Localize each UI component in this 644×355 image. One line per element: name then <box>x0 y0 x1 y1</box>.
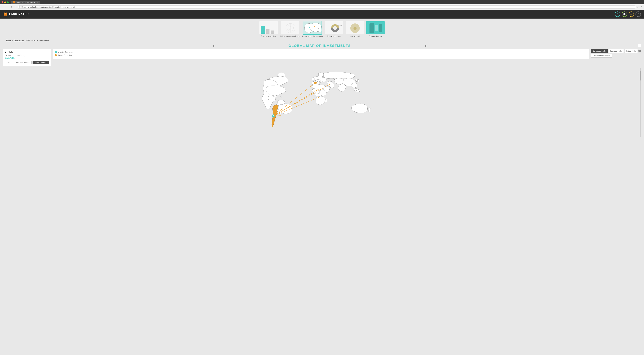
investor-legend-label: Investor Countries <box>58 51 73 53</box>
breadcrumb-sep-1: / <box>12 39 13 42</box>
agricultural-thumbnail-svg: Ethiopia <box>326 23 342 34</box>
thumbnail-web-image <box>281 21 300 34</box>
target-color-swatch <box>55 54 56 56</box>
thumbnail-dynamics-image <box>259 21 278 34</box>
tab-close-button[interactable]: ✕ <box>37 2 38 3</box>
maximize-window-button[interactable] <box>7 2 9 3</box>
thumbnail-agricultural[interactable]: Ethiopia Agricultural drivers <box>324 21 344 37</box>
minimize-window-button[interactable] <box>4 2 6 3</box>
map-container: 5 <box>3 68 641 137</box>
breadcrumb-sep-2: / <box>25 39 26 42</box>
thumbnail-global-map-label: Global map of investments <box>302 35 323 37</box>
collapse-button[interactable]: − <box>638 44 641 47</box>
thumbnail-compare-image <box>366 21 385 34</box>
global-map-thumbnail-svg <box>303 22 322 34</box>
svg-text:LM: LM <box>4 13 6 14</box>
svg-point-20 <box>280 96 281 97</box>
investor-countries-button[interactable]: Investor Countries <box>14 61 32 64</box>
thumbnail-dynamics[interactable]: Dynamics overview <box>259 21 278 37</box>
globe-nav-button[interactable]: ⬡ <box>615 12 620 17</box>
tab-favicon <box>13 1 14 3</box>
svg-point-16 <box>333 26 337 30</box>
svg-text:Ethiopia: Ethiopia <box>338 25 342 26</box>
logo-text: LAND MATRIX <box>9 13 30 16</box>
title-line-right <box>429 46 636 46</box>
thumbnail-global-map-image <box>303 21 322 34</box>
thumbnail-big-deal-image <box>345 21 364 34</box>
main-content: Home / Get the idea / Global map of inve… <box>0 38 644 140</box>
concluded-deals-button[interactable]: Concluded deals <box>591 49 608 53</box>
breadcrumb-current: Global map of investments <box>26 39 49 42</box>
reset-button[interactable]: Reset <box>5 61 13 64</box>
forward-button[interactable]: → <box>6 6 9 9</box>
thumbnails-row: Dynamics overview Web of transnat <box>3 21 641 37</box>
controls-row: In Chile 14 deals , domestic only Go to … <box>3 49 641 66</box>
deal-filter-panel: Concluded deals Intended deals Failed de… <box>591 49 641 58</box>
goto-table-link[interactable]: Go to Table <box>5 57 49 59</box>
next-page-button[interactable]: ▶ <box>425 44 427 48</box>
thumbnail-web[interactable]: Web of transnational deals <box>280 21 300 37</box>
browser-titlebar: Global map of investments ✕ <box>0 0 644 4</box>
deal-type-row: Concluded deals Intended deals Failed de… <box>591 49 641 53</box>
location-title: In Chile <box>5 51 49 54</box>
address-bar[interactable]: Not Secure www.landmatrix.org/en/get-the… <box>18 6 636 9</box>
investor-color-swatch <box>55 51 56 53</box>
logo-icon: LM <box>3 12 8 16</box>
legend-investor-row: Investor Countries <box>55 51 587 53</box>
browser-toolbar: ← → ↻ ⌂ Not Secure www.landmatrix.org/en… <box>0 4 644 10</box>
thumbnail-agricultural-label: Agricultural drivers <box>327 35 341 37</box>
tab-title: Global map of investments <box>16 1 36 3</box>
prev-page-button[interactable]: ◀ <box>212 44 214 48</box>
help-nav-button[interactable]: ? <box>636 12 641 17</box>
thumbnails-section: Dynamics overview Web of transnat <box>0 18 644 38</box>
chat-nav-button[interactable]: 💬 <box>622 12 627 17</box>
thumbnail-global-map[interactable]: Global map of investments <box>302 21 323 37</box>
web-thumbnail-svg <box>282 23 298 34</box>
thumbnail-agricultural-image: Ethiopia <box>324 21 344 34</box>
header-icons: ⬡ 💬 ✏ ? <box>615 12 641 17</box>
page-header-row: ◀ GLOBAL MAP OF INVESTMENTS ▶ − <box>3 42 641 49</box>
exclude-row: Exclude media reports <box>591 54 641 58</box>
breadcrumb-get-idea[interactable]: Get the idea <box>14 39 24 42</box>
browser-tab[interactable]: Global map of investments ✕ <box>11 1 40 4</box>
thumbnail-web-label: Web of transnational deals <box>280 35 300 37</box>
browser-chrome: Global map of investments ✕ ← → ↻ ⌂ Not … <box>0 0 644 10</box>
breadcrumb-home[interactable]: Home <box>6 39 11 42</box>
site-header: LM LAND MATRIX ⬡ 💬 ✏ ? <box>0 10 644 18</box>
info-icon[interactable]: i <box>638 50 641 52</box>
bookmark-button[interactable]: ☆ <box>637 6 639 8</box>
svg-point-12 <box>318 28 322 32</box>
refresh-button[interactable]: ↻ <box>10 6 13 9</box>
title-line-left <box>3 46 210 46</box>
deals-info: 14 deals , domestic only <box>5 54 49 56</box>
legend-target-row: Target Countries <box>55 54 587 56</box>
breadcrumb: Home / Get the idea / Global map of inve… <box>3 38 641 42</box>
svg-point-19 <box>354 26 356 30</box>
menu-button[interactable]: ⋮ <box>640 6 643 8</box>
close-window-button[interactable] <box>2 2 3 3</box>
big-deal-thumbnail-svg <box>347 23 363 34</box>
failed-deals-button[interactable]: Failed deals <box>624 49 638 53</box>
scrollbar[interactable] <box>640 68 641 137</box>
logo-area: LM LAND MATRIX <box>3 12 30 16</box>
thumbnail-compare-label: Compare the size <box>369 35 382 37</box>
intended-deals-button[interactable]: Intended deals <box>608 49 624 53</box>
security-badge: Not Secure <box>19 6 27 8</box>
url-display: www.landmatrix.org/en/get-the-idea/globa… <box>28 6 75 8</box>
target-countries-button[interactable]: Target Countries <box>32 61 49 64</box>
exclude-media-button[interactable]: Exclude media reports <box>591 54 612 58</box>
page-title: GLOBAL MAP OF INVESTMENTS <box>216 44 423 48</box>
location-panel: In Chile 14 deals , domestic only Go to … <box>3 49 51 66</box>
svg-point-21 <box>282 97 282 98</box>
edit-nav-button[interactable]: ✏ <box>628 12 634 17</box>
home-button[interactable]: ⌂ <box>14 6 17 9</box>
filter-buttons: Reset Investor Countries Target Countrie… <box>5 61 49 64</box>
thumbnail-dynamics-label: Dynamics overview <box>261 35 276 37</box>
target-legend-label: Target Countries <box>58 54 72 56</box>
scrollbar-thumb[interactable] <box>640 71 641 80</box>
world-map[interactable]: 5 <box>254 69 390 136</box>
thumbnail-compare[interactable]: Compare the size <box>366 21 385 37</box>
legend-panel: Investor Countries Target Countries <box>53 49 589 60</box>
back-button[interactable]: ← <box>1 6 5 9</box>
thumbnail-big-deal[interactable]: It's a big deal <box>345 21 364 37</box>
